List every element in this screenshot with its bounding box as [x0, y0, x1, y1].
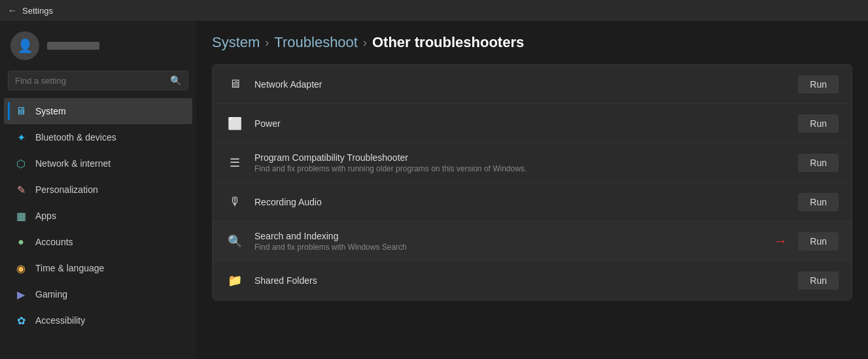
- sidebar-item-label-time: Time & language: [35, 263, 104, 273]
- sidebar-item-personalization[interactable]: ✎Personalization: [4, 177, 192, 203]
- troubleshooter-item-power: ⬜PowerRun: [213, 104, 852, 143]
- shared-folders-run-button[interactable]: Run: [798, 271, 839, 290]
- personalization-icon: ✎: [14, 183, 27, 196]
- program-compatibility-run-button[interactable]: Run: [798, 154, 839, 172]
- sidebar-item-label-bluetooth: Bluetooth & devices: [35, 132, 116, 143]
- program-compatibility-name: Program Compatibility Troubleshooter: [254, 152, 788, 163]
- breadcrumb-system[interactable]: System: [212, 34, 260, 51]
- power-icon: ⬜: [226, 114, 244, 133]
- troubleshooter-item-recording-audio: 🎙Recording AudioRun: [213, 182, 852, 222]
- shared-folders-icon: 📁: [226, 271, 244, 290]
- program-compatibility-icon: ☰: [226, 154, 244, 172]
- breadcrumb-sep-1: ›: [265, 36, 269, 50]
- network-adapter-name: Network Adapter: [254, 79, 788, 90]
- search-box[interactable]: 🔍: [8, 71, 188, 90]
- power-name: Power: [254, 118, 788, 129]
- recording-audio-name: Recording Audio: [254, 197, 788, 207]
- troubleshooter-item-search-indexing: 🔍Search and IndexingFind and fix problem…: [213, 222, 852, 261]
- breadcrumb: System › Troubleshoot › Other troublesho…: [212, 34, 852, 51]
- content-area: System › Troubleshoot › Other troublesho…: [196, 21, 868, 359]
- sidebar-item-label-personalization: Personalization: [35, 184, 98, 195]
- sidebar-item-label-network: Network & internet: [35, 158, 111, 169]
- troubleshooter-item-network-adapter: 🖥Network AdapterRun: [213, 65, 852, 104]
- title-bar: ← Settings: [0, 0, 868, 21]
- troubleshooter-list: 🖥Network AdapterRun⬜PowerRun☰Program Com…: [212, 64, 852, 301]
- sidebar-item-label-accounts: Accounts: [35, 237, 73, 247]
- bluetooth-icon: ✦: [14, 131, 27, 144]
- sidebar-item-label-gaming: Gaming: [35, 289, 67, 299]
- recording-audio-text: Recording Audio: [254, 197, 788, 207]
- sidebar-item-accounts[interactable]: ●Accounts: [4, 229, 192, 255]
- power-text: Power: [254, 118, 788, 129]
- search-input[interactable]: [15, 76, 165, 86]
- sidebar-item-label-accessibility: Accessibility: [35, 315, 85, 326]
- search-icon: 🔍: [170, 75, 181, 86]
- gaming-icon: ▶: [14, 288, 27, 301]
- recording-audio-icon: 🎙: [226, 193, 244, 211]
- troubleshooter-item-shared-folders: 📁Shared FoldersRun: [213, 261, 852, 300]
- sidebar-item-bluetooth[interactable]: ✦Bluetooth & devices: [4, 124, 192, 150]
- breadcrumb-current: Other troubleshooters: [372, 34, 524, 51]
- accounts-icon: ●: [14, 235, 27, 248]
- sidebar-item-network[interactable]: ⬡Network & internet: [4, 150, 192, 177]
- time-icon: ◉: [14, 262, 27, 275]
- breadcrumb-troubleshoot[interactable]: Troubleshoot: [274, 34, 358, 51]
- network-adapter-actions: Run: [798, 75, 839, 94]
- search-indexing-icon: 🔍: [226, 232, 244, 250]
- title-bar-title: Settings: [22, 6, 53, 16]
- program-compatibility-text: Program Compatibility TroubleshooterFind…: [254, 152, 788, 173]
- network-icon: ⬡: [14, 157, 27, 170]
- sidebar-item-time[interactable]: ◉Time & language: [4, 255, 192, 281]
- recording-audio-actions: Run: [798, 193, 839, 211]
- shared-folders-name: Shared Folders: [254, 275, 788, 286]
- program-compatibility-desc: Find and fix problems with running older…: [254, 164, 788, 173]
- network-adapter-run-button[interactable]: Run: [798, 75, 839, 94]
- main-layout: 👤 🔍 🖥System✦Bluetooth & devices⬡Network …: [0, 21, 868, 359]
- network-adapter-text: Network Adapter: [254, 79, 788, 90]
- breadcrumb-sep-2: ›: [363, 36, 367, 50]
- sidebar-user: 👤: [0, 21, 196, 68]
- sidebar: 👤 🔍 🖥System✦Bluetooth & devices⬡Network …: [0, 21, 196, 359]
- search-indexing-arrow-icon: →: [773, 233, 788, 250]
- program-compatibility-actions: Run: [798, 154, 839, 172]
- sidebar-item-label-apps: Apps: [35, 211, 56, 221]
- avatar: 👤: [10, 31, 39, 60]
- search-indexing-text: Search and IndexingFind and fix problems…: [254, 231, 763, 252]
- sidebar-item-apps[interactable]: ▦Apps: [4, 203, 192, 229]
- sidebar-nav: 🖥System✦Bluetooth & devices⬡Network & in…: [0, 98, 196, 333]
- sidebar-item-label-system: System: [35, 106, 66, 116]
- back-button[interactable]: ←: [8, 5, 17, 16]
- power-run-button[interactable]: Run: [798, 114, 839, 133]
- shared-folders-text: Shared Folders: [254, 275, 788, 286]
- network-adapter-icon: 🖥: [226, 75, 244, 94]
- shared-folders-actions: Run: [798, 271, 839, 290]
- search-indexing-desc: Find and fix problems with Windows Searc…: [254, 243, 763, 252]
- system-icon: 🖥: [14, 105, 27, 118]
- accessibility-icon: ✿: [14, 314, 27, 327]
- apps-icon: ▦: [14, 209, 27, 222]
- search-indexing-run-button[interactable]: Run: [798, 232, 839, 250]
- sidebar-item-system[interactable]: 🖥System: [4, 98, 192, 124]
- search-indexing-actions: →Run: [773, 232, 839, 250]
- power-actions: Run: [798, 114, 839, 133]
- search-indexing-name: Search and Indexing: [254, 231, 763, 241]
- troubleshooter-item-program-compatibility: ☰Program Compatibility TroubleshooterFin…: [213, 143, 852, 182]
- sidebar-item-accessibility[interactable]: ✿Accessibility: [4, 307, 192, 333]
- recording-audio-run-button[interactable]: Run: [798, 193, 839, 211]
- username-placeholder: [47, 42, 99, 50]
- sidebar-item-gaming[interactable]: ▶Gaming: [4, 281, 192, 307]
